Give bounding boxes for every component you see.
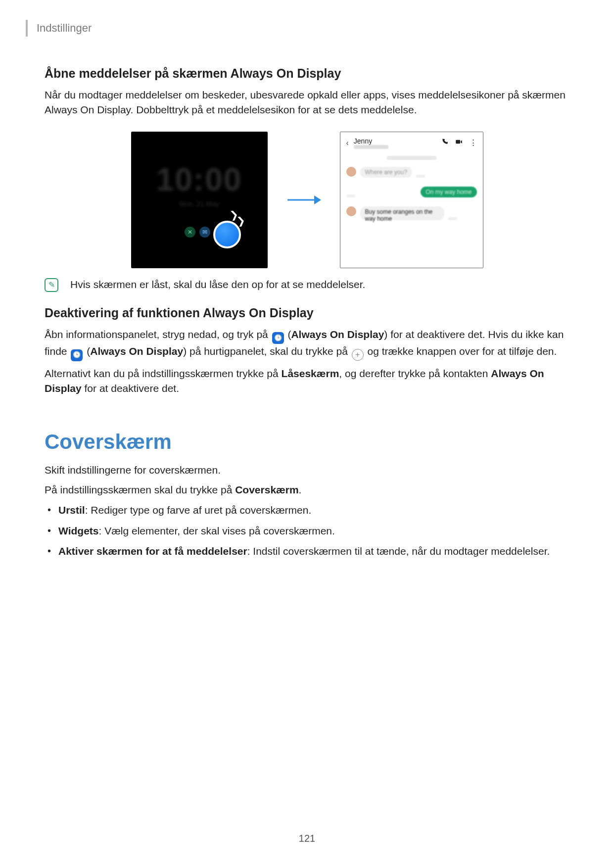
- note-icon: ✎: [45, 278, 58, 292]
- bold-text: Låseskærm: [282, 368, 339, 379]
- phone-icon: [441, 138, 448, 147]
- message-icon: ✉: [199, 227, 210, 238]
- paragraph: På indstillingsskærmen skal du trykke på…: [45, 482, 569, 497]
- text: Alternativt kan du på indstillingsskærme…: [45, 368, 282, 379]
- page-number: 121: [0, 833, 614, 844]
- bold-text: Coverskærm: [235, 484, 298, 495]
- incoming-bubble: Buy some oranges on the way home: [360, 206, 444, 220]
- chat-contact-name: Jenny: [354, 137, 388, 145]
- paragraph: Åbn informationspanelet, stryg nedad, og…: [45, 327, 569, 361]
- more-icon: ⋮: [470, 138, 477, 147]
- back-icon: ‹: [346, 139, 349, 147]
- aod-screenshot: 10:00 Mon, 21 May ✕ ✉ ❯ ❯: [131, 132, 268, 268]
- subheading-deactivate-aod: Deaktivering af funktionen Always On Dis…: [45, 306, 569, 320]
- aod-toggle-icon: 🕒: [272, 332, 284, 344]
- bold-text: Urstil: [58, 504, 85, 516]
- aod-date: Mon, 21 May: [131, 200, 268, 208]
- active-notification-icon: [213, 221, 241, 248]
- list-item: Widgets: Vælg elementer, der skal vises …: [58, 523, 569, 539]
- list-item: Aktiver skærmen for at få meddelelser: I…: [58, 543, 569, 559]
- bold-text: Widgets: [58, 525, 98, 536]
- outgoing-bubble: On my way home: [421, 187, 476, 197]
- msg-time-blur: [346, 194, 355, 197]
- chat-date-blur: [387, 156, 436, 160]
- bold-text: Aktiver skærmen for at få meddelelser: [58, 545, 247, 557]
- text: På indstillingsskærmen skal du trykke på: [45, 484, 235, 495]
- text: for at deaktivere det.: [82, 383, 179, 394]
- missed-call-icon: ✕: [185, 227, 195, 238]
- video-icon: [455, 138, 463, 147]
- svg-rect-2: [456, 140, 460, 144]
- section-title-cover: Coverskærm: [45, 430, 569, 454]
- msg-time-blur: [416, 175, 425, 178]
- chapter-name: Indstillinger: [37, 22, 92, 35]
- aod-time: 10:00: [131, 161, 268, 198]
- bold-text: Always On Display: [90, 345, 183, 357]
- figure-row: 10:00 Mon, 21 May ✕ ✉ ❯ ❯ ‹ Jenny: [45, 132, 569, 268]
- text: .: [299, 484, 302, 495]
- svg-marker-1: [314, 195, 321, 204]
- plus-icon: +: [352, 349, 364, 361]
- text: : Indstil coverskærmen til at tænde, når…: [247, 545, 550, 557]
- paragraph: Skift indstillingerne for coverskærmen.: [45, 463, 569, 478]
- chapter-header: Indstillinger: [26, 20, 569, 37]
- avatar-icon: [346, 167, 356, 177]
- note-text: Hvis skærmen er låst, skal du låse den o…: [70, 277, 365, 291]
- paragraph: Når du modtager meddelelser om beskeder,…: [45, 88, 569, 118]
- aod-toggle-icon: 🕒: [71, 349, 83, 361]
- text: : Vælg elementer, der skal vises på cove…: [98, 525, 334, 536]
- text: ) på hurtigpanelet, skal du trykke på: [183, 345, 351, 357]
- text: og trække knappen over for at tilføje de…: [368, 345, 557, 357]
- chapter-rule: [26, 20, 28, 37]
- text: , og derefter trykke på kontakten: [339, 368, 491, 379]
- chat-screenshot: ‹ Jenny ⋮ Where are you?: [340, 132, 483, 268]
- note-row: ✎ Hvis skærmen er låst, skal du låse den…: [45, 277, 569, 292]
- avatar-icon: [346, 206, 356, 216]
- text: Åbn informationspanelet, stryg nedad, og…: [45, 329, 271, 340]
- paragraph: Alternativt kan du på indstillingsskærme…: [45, 366, 569, 396]
- bullet-list: Urstil: Rediger type og farve af uret på…: [45, 502, 569, 559]
- arrow-right-icon: [286, 193, 321, 206]
- list-item: Urstil: Rediger type og farve af uret på…: [58, 502, 569, 518]
- msg-time-blur: [448, 217, 457, 220]
- text: : Rediger type og farve af uret på cover…: [85, 504, 312, 516]
- incoming-bubble: Where are you?: [360, 167, 412, 178]
- chat-contact-sub: [354, 145, 388, 149]
- bold-text: Always On Display: [291, 329, 384, 340]
- subheading-open-notifications: Åbne meddelelser på skærmen Always On Di…: [45, 66, 569, 81]
- tap-indicator-icon: ❯: [236, 214, 246, 228]
